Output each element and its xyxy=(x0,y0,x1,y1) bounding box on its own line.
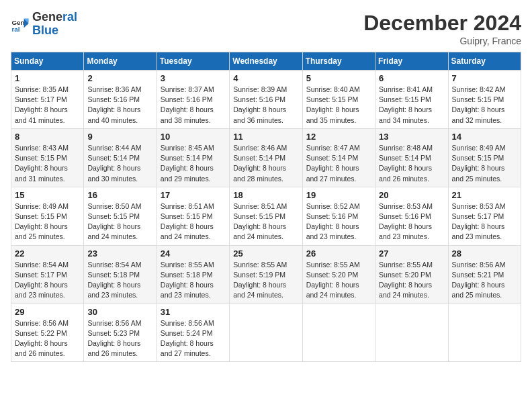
col-tuesday: Tuesday xyxy=(157,52,229,71)
list-item: 22 Sunrise: 8:54 AMSunset: 5:17 PMDaylig… xyxy=(11,245,84,304)
col-sunday: Sunday xyxy=(11,52,84,71)
list-item: 20 Sunrise: 8:53 AMSunset: 5:16 PMDaylig… xyxy=(375,187,448,245)
list-item: 3 Sunrise: 8:37 AMSunset: 5:16 PMDayligh… xyxy=(157,71,229,129)
col-saturday: Saturday xyxy=(448,52,521,71)
list-item: 5 Sunrise: 8:40 AMSunset: 5:15 PMDayligh… xyxy=(302,71,375,129)
list-item: 17 Sunrise: 8:51 AMSunset: 5:15 PMDaylig… xyxy=(157,187,229,245)
table-row: 29 Sunrise: 8:56 AMSunset: 5:22 PMDaylig… xyxy=(11,304,521,362)
list-item: 15 Sunrise: 8:49 AMSunset: 5:15 PMDaylig… xyxy=(11,187,84,245)
col-thursday: Thursday xyxy=(302,52,375,71)
list-item: 24 Sunrise: 8:55 AMSunset: 5:18 PMDaylig… xyxy=(157,245,229,304)
empty-cell xyxy=(302,304,375,362)
col-wednesday: Wednesday xyxy=(230,52,302,71)
list-item: 27 Sunrise: 8:55 AMSunset: 5:20 PMDaylig… xyxy=(375,245,448,304)
month-title: December 2024 xyxy=(363,11,521,36)
table-row: 22 Sunrise: 8:54 AMSunset: 5:17 PMDaylig… xyxy=(11,245,521,304)
list-item: 30 Sunrise: 8:56 AMSunset: 5:23 PMDaylig… xyxy=(84,304,157,362)
table-row: 1 Sunrise: 8:35 AMSunset: 5:17 PMDayligh… xyxy=(11,71,521,129)
list-item: 23 Sunrise: 8:54 AMSunset: 5:18 PMDaylig… xyxy=(84,245,157,304)
logo-icon: Gene ral xyxy=(11,15,30,34)
calendar-table: Sunday Monday Tuesday Wednesday Thursday… xyxy=(11,52,521,362)
list-item: 9 Sunrise: 8:44 AMSunset: 5:14 PMDayligh… xyxy=(84,128,157,187)
list-item: 16 Sunrise: 8:50 AMSunset: 5:15 PMDaylig… xyxy=(84,187,157,245)
list-item: 2 Sunrise: 8:36 AMSunset: 5:16 PMDayligh… xyxy=(84,71,157,129)
list-item: 31 Sunrise: 8:56 AMSunset: 5:24 PMDaylig… xyxy=(157,304,229,362)
list-item: 6 Sunrise: 8:41 AMSunset: 5:15 PMDayligh… xyxy=(375,71,448,129)
list-item: 4 Sunrise: 8:39 AMSunset: 5:16 PMDayligh… xyxy=(230,71,302,129)
logo: Gene ral GeneralBlue xyxy=(11,11,77,38)
svg-text:ral: ral xyxy=(11,26,19,33)
logo-text: GeneralBlue xyxy=(32,11,77,38)
list-item: 8 Sunrise: 8:43 AMSunset: 5:15 PMDayligh… xyxy=(11,128,84,187)
page-header: Gene ral GeneralBlue December 2024 Guipr… xyxy=(11,11,521,46)
table-row: 15 Sunrise: 8:49 AMSunset: 5:15 PMDaylig… xyxy=(11,187,521,245)
list-item: 19 Sunrise: 8:52 AMSunset: 5:16 PMDaylig… xyxy=(302,187,375,245)
list-item: 14 Sunrise: 8:49 AMSunset: 5:15 PMDaylig… xyxy=(448,128,521,187)
empty-cell xyxy=(230,304,302,362)
col-friday: Friday xyxy=(375,52,448,71)
list-item: 11 Sunrise: 8:46 AMSunset: 5:14 PMDaylig… xyxy=(230,128,302,187)
list-item: 26 Sunrise: 8:55 AMSunset: 5:20 PMDaylig… xyxy=(302,245,375,304)
list-item: 7 Sunrise: 8:42 AMSunset: 5:15 PMDayligh… xyxy=(448,71,521,129)
title-block: December 2024 Guipry, France xyxy=(363,11,521,46)
list-item: 18 Sunrise: 8:51 AMSunset: 5:15 PMDaylig… xyxy=(230,187,302,245)
list-item: 29 Sunrise: 8:56 AMSunset: 5:22 PMDaylig… xyxy=(11,304,84,362)
list-item: 28 Sunrise: 8:56 AMSunset: 5:21 PMDaylig… xyxy=(448,245,521,304)
list-item: 13 Sunrise: 8:48 AMSunset: 5:14 PMDaylig… xyxy=(375,128,448,187)
col-monday: Monday xyxy=(84,52,157,71)
table-row: 8 Sunrise: 8:43 AMSunset: 5:15 PMDayligh… xyxy=(11,128,521,187)
list-item: 1 Sunrise: 8:35 AMSunset: 5:17 PMDayligh… xyxy=(11,71,84,129)
location: Guipry, France xyxy=(363,36,521,46)
list-item: 12 Sunrise: 8:47 AMSunset: 5:14 PMDaylig… xyxy=(302,128,375,187)
calendar-header-row: Sunday Monday Tuesday Wednesday Thursday… xyxy=(11,52,521,71)
empty-cell xyxy=(448,304,521,362)
empty-cell xyxy=(375,304,448,362)
list-item: 25 Sunrise: 8:55 AMSunset: 5:19 PMDaylig… xyxy=(230,245,302,304)
list-item: 21 Sunrise: 8:53 AMSunset: 5:17 PMDaylig… xyxy=(448,187,521,245)
list-item: 10 Sunrise: 8:45 AMSunset: 5:14 PMDaylig… xyxy=(157,128,229,187)
